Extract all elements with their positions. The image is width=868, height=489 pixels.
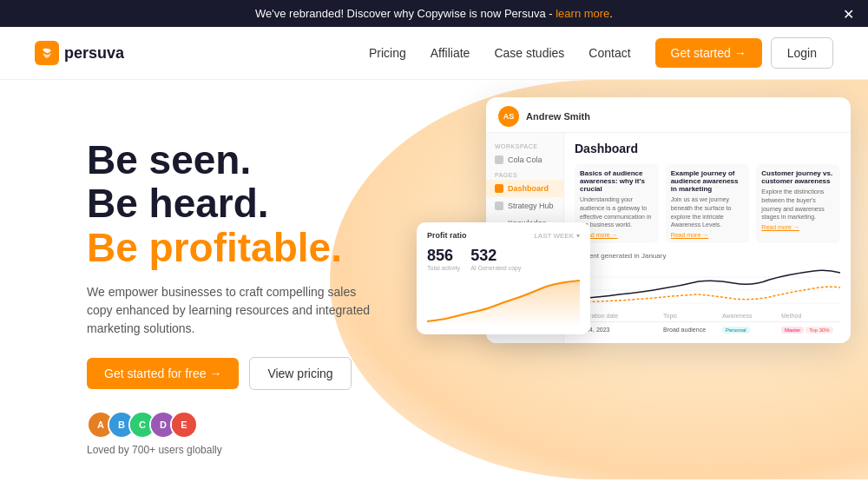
hero-heading-1: Be seen. [87,138,382,182]
dashboard-user-name: Andrew Smith [526,111,590,122]
navbar: persuva Pricing Affiliate Case studies C… [0,27,868,80]
avatar-5: E [170,411,198,439]
sidebar-item-strategy-hub[interactable]: Strategy Hub [486,197,563,215]
profit-period: LAST WEEK ▾ [534,232,580,240]
card-0-link[interactable]: Read more → [580,232,654,238]
social-proof: A B C D E Loved by 700+ users globally [87,411,382,456]
sidebar-workspace-label: Cola Cola [508,155,542,164]
hero-section: Be seen. Be heard. Be profitable. We emp… [0,80,868,479]
card-1-title: Example journey of audience awareness in… [671,169,745,193]
profit-card-header: Profit ratio LAST WEEK ▾ [427,231,580,240]
chart-label: Content generated in January [575,252,840,260]
col-awareness: Awareness [722,313,781,319]
banner-link[interactable]: learn more [556,7,609,20]
line-chart [575,264,840,307]
card-1-link[interactable]: Read more → [671,232,745,238]
table-row: Jan 24, 2023 Broad audience Personal Mas… [575,325,840,334]
sidebar-section-pages: Pages [486,169,563,180]
hero-heading-2: Be heard. [87,182,382,226]
method-badge: Master [781,327,804,334]
profit-numbers: 856 Total activity 532 AI Generated copy [427,247,580,271]
avatar-group: A B C D E [87,411,382,439]
card-1: Example journey of audience awareness in… [666,164,750,243]
hero-get-started-button[interactable]: Get started for free → [87,358,239,389]
sidebar-dashboard-icon [495,184,503,193]
avatar-5-img: E [172,413,196,437]
nav-login-button[interactable]: Login [771,37,833,69]
hero-subtext: We empower businesses to craft compellin… [87,283,382,338]
card-0-text: Understanding your audience is a gateway… [580,195,654,229]
profit-num-2: 532 AI Generated copy [470,247,521,271]
row-method: Master Top 30% [781,327,840,333]
nav-links: Pricing Affiliate Case studies Contact [369,45,631,61]
card-2-title: Customer journey vs. customer awareness [761,169,835,185]
extra-badge: Top 30% [806,327,832,334]
dashboard-title: Dashboard [575,142,840,155]
col-topic: Topic [663,313,722,319]
announcement-banner: We've rebranded! Discover why Copywise i… [0,0,868,27]
hero-dashboard: Profit ratio LAST WEEK ▾ 856 Total activ… [417,89,868,343]
logo-icon [35,41,59,65]
logo-text: persuva [64,44,124,63]
dashboard-content: Dashboard Basics of audience awareness: … [564,133,851,343]
card-2: Customer journey vs. customer awareness … [756,164,840,243]
nav-get-started-button[interactable]: Get started → [655,38,762,68]
card-0-title: Basics of audience awareness: why it's c… [580,169,654,193]
hero-content: Be seen. Be heard. Be profitable. We emp… [87,138,382,457]
nav-pricing[interactable]: Pricing [369,46,406,60]
profit-chart [427,278,580,326]
banner-text: We've rebranded! Discover why Copywise i… [255,7,556,20]
sidebar-dashboard-label: Dashboard [508,184,549,193]
col-method: Method [781,313,840,319]
profit-num-1: 856 Total activity [427,247,460,271]
dashboard-user-avatar: AS [498,106,519,127]
hero-view-pricing-button[interactable]: View pricing [249,357,351,390]
awareness-badge: Personal [722,327,750,334]
loved-text: Loved by 700+ users globally [87,444,382,456]
sidebar-workspace-icon [495,155,503,164]
sidebar-strategy-icon [495,202,503,210]
sidebar-item-cola-cola[interactable]: Cola Cola [486,151,563,169]
sidebar-section-workspace: WORKSPACE [486,140,563,151]
profit-chart-svg [427,278,580,326]
card-2-link[interactable]: Read more → [761,224,835,230]
row-topic: Broad audience [663,327,722,333]
profit-label: Profit ratio [427,231,467,240]
dashboard-cards: Basics of audience awareness: why it's c… [575,164,840,243]
nav-case-studies[interactable]: Case studies [494,46,564,60]
row-awareness: Personal [722,327,781,333]
data-table: Generation date Topic Awareness Method J… [575,313,840,334]
banner-close-button[interactable]: ✕ [843,5,854,22]
profit-card: Profit ratio LAST WEEK ▾ 856 Total activ… [417,222,590,334]
nav-affiliate[interactable]: Affiliate [431,46,470,60]
sidebar-item-dashboard[interactable]: Dashboard [486,180,563,197]
card-2-text: Explore the distinctions between the buy… [761,188,835,221]
sidebar-strategy-label: Strategy Hub [508,202,554,210]
logo-svg [40,46,54,60]
hero-cta-buttons: Get started for free → View pricing [87,357,382,390]
nav-contact[interactable]: Contact [589,46,630,60]
dashboard-header: AS Andrew Smith [486,97,851,133]
line-chart-svg [575,264,840,307]
logo-link[interactable]: persuva [35,41,124,65]
card-1-text: Join us as we journey beneath the surfac… [671,195,745,229]
table-header: Generation date Topic Awareness Method [575,313,840,322]
hero-heading-3: Be profitable. [87,226,382,270]
